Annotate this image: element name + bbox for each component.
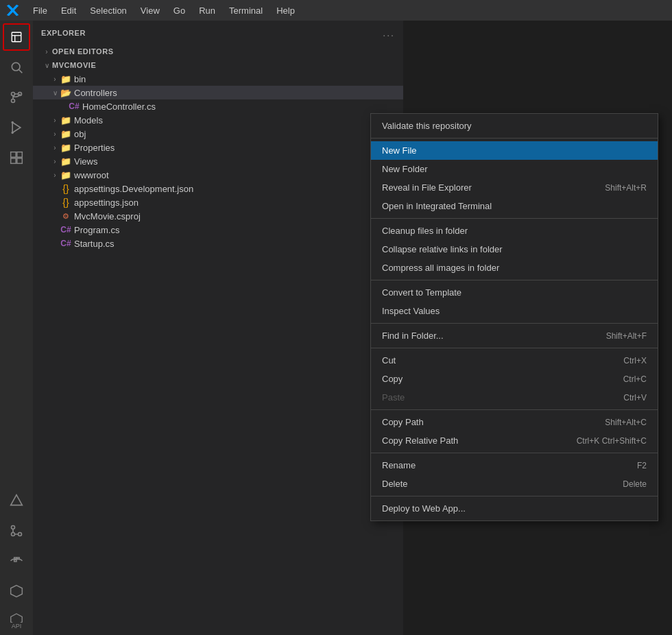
csproj-label: MvcMovie.csproj bbox=[74, 211, 141, 221]
appsettings-dev-icon: {} bbox=[60, 183, 71, 194]
menu-edit[interactable]: Edit bbox=[56, 4, 82, 17]
ctx-validate-repo[interactable]: Validate this repository bbox=[371, 117, 658, 135]
menu-view[interactable]: View bbox=[135, 4, 165, 17]
appsettings-label: appsettings.json bbox=[74, 197, 139, 208]
menu-selection[interactable]: Selection bbox=[84, 4, 132, 17]
svg-marker-6 bbox=[12, 123, 21, 133]
activity-bar: API bbox=[0, 21, 33, 635]
ctx-copy-relative-path-shortcut: Ctrl+K Ctrl+Shift+C bbox=[577, 436, 647, 446]
svg-point-15 bbox=[19, 533, 22, 536]
ctx-new-folder[interactable]: New Folder bbox=[371, 160, 658, 178]
svg-rect-11 bbox=[11, 158, 16, 164]
ctx-inspect-values[interactable]: Inspect Values bbox=[371, 302, 658, 320]
activity-icon-api[interactable]: API bbox=[3, 608, 30, 635]
svg-marker-13 bbox=[11, 495, 23, 505]
activity-icon-source-control[interactable] bbox=[3, 84, 30, 111]
ctx-cut-shortcut: Ctrl+X bbox=[623, 356, 647, 366]
tree-section-open-editors[interactable]: › OPEN EDITORS bbox=[33, 45, 403, 58]
open-editors-label: OPEN EDITORS bbox=[52, 47, 114, 56]
tree-item-program[interactable]: › C# Program.cs bbox=[33, 223, 403, 237]
appsettings-dev-label: appsettings.Development.json bbox=[74, 184, 193, 194]
sidebar-more-button[interactable]: ... bbox=[383, 27, 395, 38]
ctx-collapse-links[interactable]: Collapse relative links in folder bbox=[371, 240, 658, 259]
sidebar-header: EXPLORER ... bbox=[33, 21, 403, 45]
menu-help[interactable]: Help bbox=[271, 4, 300, 17]
activity-icon-git2[interactable] bbox=[3, 517, 30, 544]
models-label: Models bbox=[74, 115, 103, 125]
tree-item-controllers[interactable]: ∨ 📂 Controllers bbox=[33, 86, 403, 99]
tree-item-views[interactable]: › 📁 Views bbox=[33, 154, 403, 168]
tree-item-wwwroot[interactable]: › 📁 wwwroot bbox=[33, 168, 403, 182]
tree-item-csproj[interactable]: › ⚙ MvcMovie.csproj bbox=[33, 209, 403, 223]
tree-item-mvcmovie[interactable]: ∨ MVCMOVIE bbox=[33, 58, 403, 72]
models-folder-icon: 📁 bbox=[60, 115, 71, 125]
svg-rect-12 bbox=[17, 158, 23, 164]
ctx-rename[interactable]: Rename F2 bbox=[371, 456, 658, 475]
tree-item-obj[interactable]: › 📁 obj bbox=[33, 127, 403, 141]
obj-arrow: › bbox=[49, 128, 60, 139]
bin-folder-icon: 📁 bbox=[60, 73, 71, 84]
ctx-separator-3 bbox=[371, 280, 658, 280]
tree-item-models[interactable]: › 📁 Models bbox=[33, 113, 403, 127]
menu-file[interactable]: File bbox=[27, 4, 53, 17]
obj-label: obj bbox=[74, 129, 86, 139]
ctx-separator-2 bbox=[371, 218, 658, 219]
tree-item-startup[interactable]: › C# Startup.cs bbox=[33, 237, 403, 250]
ctx-copy[interactable]: Copy Ctrl+C bbox=[371, 370, 658, 388]
tree-item-properties[interactable]: › 📁 Properties bbox=[33, 141, 403, 154]
menu-go[interactable]: Go bbox=[168, 4, 191, 17]
ctx-reveal-explorer[interactable]: Reveal in File Explorer Shift+Alt+R bbox=[371, 178, 658, 197]
program-icon: C# bbox=[60, 224, 71, 235]
ctx-open-terminal[interactable]: Open in Integrated Terminal bbox=[371, 197, 658, 215]
obj-folder-icon: 📁 bbox=[60, 128, 71, 139]
activity-icon-run-debug[interactable] bbox=[3, 114, 30, 141]
svg-point-14 bbox=[12, 526, 15, 529]
ctx-separator-8 bbox=[371, 496, 658, 496]
activity-icon-extensions[interactable] bbox=[3, 144, 30, 171]
menu-terminal[interactable]: Terminal bbox=[224, 4, 268, 17]
ctx-find-in-folder[interactable]: Find in Folder... Shift+Alt+F bbox=[371, 326, 658, 345]
menu-run[interactable]: Run bbox=[193, 4, 221, 17]
ctx-compress-images[interactable]: Compress all images in folder bbox=[371, 259, 658, 277]
open-editors-arrow: › bbox=[41, 46, 52, 57]
mvcmovie-arrow: ∨ bbox=[41, 60, 52, 71]
ctx-copy-relative-path-label: Copy Relative Path bbox=[382, 435, 458, 446]
ctx-delete[interactable]: Delete Delete bbox=[371, 475, 658, 493]
controllers-arrow: ∨ bbox=[49, 87, 60, 98]
ctx-copy-relative-path[interactable]: Copy Relative Path Ctrl+K Ctrl+Shift+C bbox=[371, 431, 658, 450]
tree-item-appsettings[interactable]: › {} appsettings.json bbox=[33, 195, 403, 209]
tree-item-appsettings-dev[interactable]: › {} appsettings.Development.json bbox=[33, 182, 403, 195]
ctx-copy-path[interactable]: Copy Path Shift+Alt+C bbox=[371, 413, 658, 431]
ctx-new-file-label: New File bbox=[382, 145, 417, 156]
startup-icon: C# bbox=[60, 238, 71, 249]
ctx-reveal-explorer-label: Reveal in File Explorer bbox=[382, 182, 472, 193]
ctx-separator-6 bbox=[371, 409, 658, 410]
mvcmovie-label: MVCMOVIE bbox=[52, 61, 96, 69]
ctx-new-file[interactable]: New File bbox=[371, 141, 658, 160]
ctx-validate-repo-label: Validate this repository bbox=[382, 121, 472, 131]
bin-arrow: › bbox=[49, 73, 60, 84]
activity-icon-docker[interactable] bbox=[3, 547, 30, 575]
ctx-copy-label: Copy bbox=[382, 374, 403, 384]
ctx-cleanup-files[interactable]: Cleanup files in folder bbox=[371, 221, 658, 240]
ctx-cut[interactable]: Cut Ctrl+X bbox=[371, 351, 658, 370]
tree-item-homecontroller[interactable]: › C# HomeController.cs bbox=[33, 99, 403, 113]
ctx-deploy-web-app[interactable]: Deploy to Web App... bbox=[371, 499, 658, 518]
activity-icon-mountain[interactable] bbox=[3, 487, 30, 514]
ctx-paste: Paste Ctrl+V bbox=[371, 388, 658, 407]
ctx-convert-template[interactable]: Convert to Template bbox=[371, 283, 658, 302]
ctx-copy-path-shortcut: Shift+Alt+C bbox=[605, 418, 647, 427]
homecontroller-icon: C# bbox=[69, 101, 80, 112]
sidebar: EXPLORER ... › OPEN EDITORS ∨ MVCMOVIE ›… bbox=[33, 21, 403, 635]
svg-point-5 bbox=[12, 99, 15, 103]
startup-label: Startup.cs bbox=[74, 239, 115, 249]
ctx-find-in-folder-shortcut: Shift+Alt+F bbox=[606, 331, 647, 341]
svg-point-3 bbox=[12, 93, 15, 96]
wwwroot-folder-icon: 📁 bbox=[60, 169, 71, 180]
activity-icon-extensions2[interactable] bbox=[3, 577, 30, 605]
activity-icon-explorer[interactable] bbox=[3, 23, 30, 51]
file-tree: › OPEN EDITORS ∨ MVCMOVIE › 📁 bin ∨ 📂 Co… bbox=[33, 45, 403, 635]
program-label: Program.cs bbox=[74, 225, 119, 235]
tree-item-bin[interactable]: › 📁 bin bbox=[33, 72, 403, 86]
activity-icon-search[interactable] bbox=[3, 53, 30, 81]
